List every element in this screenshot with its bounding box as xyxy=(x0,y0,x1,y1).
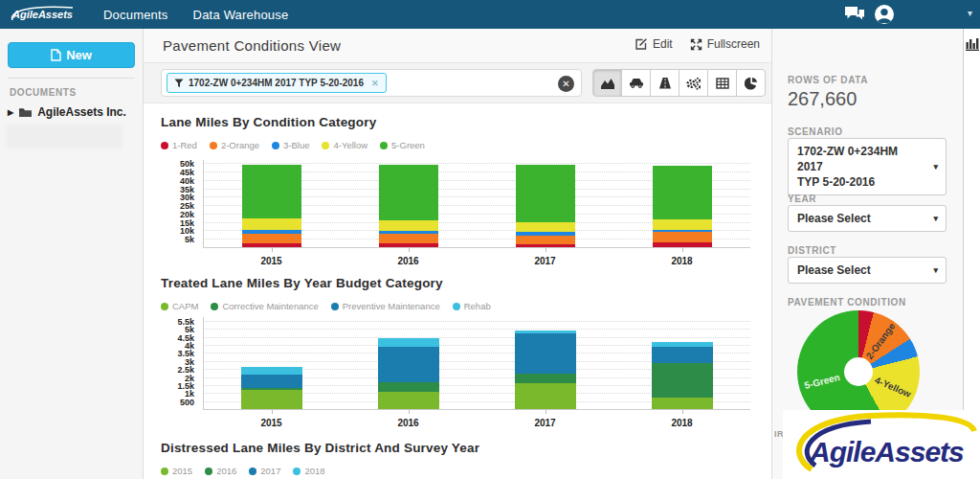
bar-segment-Corrective Maintenance[interactable] xyxy=(378,382,439,393)
legend-item-5-Green[interactable]: 5-Green xyxy=(380,140,425,150)
bar-segment-Corrective Maintenance[interactable] xyxy=(652,363,713,399)
new-document-icon xyxy=(51,49,61,61)
district-select[interactable]: Please Select ▾ xyxy=(788,257,947,284)
filter-input[interactable]: 1702-ZW 0+234HM 2017 TYP 5-20-2016 ✕ ✕ xyxy=(161,69,582,97)
new-button[interactable]: New xyxy=(8,42,135,68)
watermark-text: AgileAssets xyxy=(809,436,964,468)
legend-item-CAPM[interactable]: CAPM xyxy=(161,301,198,311)
documents-sidebar: New DOCUMENTS ▶ AgileAssets Inc. xyxy=(0,29,144,479)
bar-segment-Preventive Maintenance[interactable] xyxy=(241,375,302,388)
bar-segment-2-Orange[interactable] xyxy=(516,236,575,244)
toolbar-area-chart-button[interactable] xyxy=(592,69,622,97)
legend-dot xyxy=(293,468,301,475)
gridline xyxy=(203,337,750,338)
legend-item-2016[interactable]: 2016 xyxy=(205,466,236,476)
legend-item-Corrective Maintenance[interactable]: Corrective Maintenance xyxy=(211,301,318,311)
legend-item-2015[interactable]: 2015 xyxy=(161,466,192,476)
legend-item-Rehab[interactable]: Rehab xyxy=(453,301,491,311)
bar-segment-1-Red[interactable] xyxy=(653,242,712,247)
bar-chart-panel-icon[interactable] xyxy=(965,36,980,52)
bar-segment-4-Yellow[interactable] xyxy=(379,220,438,231)
bar-segment-1-Red[interactable] xyxy=(242,243,301,247)
legend-item-2-Orange[interactable]: 2-Orange xyxy=(210,140,259,150)
bar-segment-5-Green[interactable] xyxy=(379,165,438,220)
toolbar-pie-chart-button[interactable] xyxy=(736,69,766,97)
bar-segment-CAPM[interactable] xyxy=(241,390,302,409)
bar-segment-CAPM[interactable] xyxy=(652,398,713,409)
tree-expand-caret-icon[interactable]: ▶ xyxy=(8,108,13,117)
toolbar-road-button[interactable] xyxy=(650,69,679,97)
chart-lane-miles-by-condition: Lane Miles By Condition Category 1-Red2-… xyxy=(161,115,756,248)
year-value: Please Select xyxy=(797,211,924,226)
bar-segment-2-Orange[interactable] xyxy=(653,232,712,242)
y-tick-label: 50k xyxy=(161,159,194,169)
stacked-bar-2015[interactable] xyxy=(242,165,301,247)
x-tick-label: 2018 xyxy=(654,418,711,428)
bar-segment-5-Green[interactable] xyxy=(242,165,301,218)
y-tick-label: 25k xyxy=(161,201,194,211)
x-tick-label: 2016 xyxy=(380,256,437,266)
scenario-select[interactable]: 1702-ZW 0+234HM 2017 TYP 5-20-2016 ▾ xyxy=(788,138,947,195)
bar-segment-1-Red[interactable] xyxy=(516,244,575,248)
tree-item-agileassets-inc[interactable]: ▶ AgileAssets Inc. xyxy=(8,105,126,119)
legend-item-2017[interactable]: 2017 xyxy=(249,466,280,476)
scenario-value-line1: 1702-ZW 0+234HM 2017 xyxy=(797,144,924,174)
gears-icon xyxy=(685,77,702,90)
user-menu-caret-icon[interactable]: ▾ xyxy=(968,8,972,18)
year-select[interactable]: Please Select ▾ xyxy=(788,205,947,232)
bar-segment-4-Yellow[interactable] xyxy=(516,222,575,233)
chat-icon[interactable] xyxy=(844,5,865,24)
brand-logo[interactable]: AgileAssets xyxy=(8,4,78,25)
bar-segment-4-Yellow[interactable] xyxy=(242,218,301,229)
bar-segment-Rehab[interactable] xyxy=(241,367,302,375)
bar-segment-CAPM[interactable] xyxy=(378,392,439,409)
bar-segment-5-Green[interactable] xyxy=(516,165,575,222)
bar-segment-Preventive Maintenance[interactable] xyxy=(378,347,439,382)
user-avatar-icon[interactable] xyxy=(874,4,895,25)
stacked-bar-2018[interactable] xyxy=(653,166,712,247)
edit-button[interactable]: Edit xyxy=(635,37,673,51)
filter-chip[interactable]: 1702-ZW 0+234HM 2017 TYP 5-20-2016 ✕ xyxy=(167,73,387,93)
bar-segment-5-Green[interactable] xyxy=(653,166,712,219)
stacked-bar-2016[interactable] xyxy=(379,165,438,247)
stacked-bar-2018[interactable] xyxy=(652,342,713,409)
stacked-bar-2016[interactable] xyxy=(378,338,439,409)
legend-item-4-Yellow[interactable]: 4-Yellow xyxy=(322,140,368,150)
bar-segment-CAPM[interactable] xyxy=(515,383,576,409)
legend-dot xyxy=(161,303,168,310)
legend-item-1-Red[interactable]: 1-Red xyxy=(161,140,197,150)
bar-segment-Preventive Maintenance[interactable] xyxy=(515,333,576,374)
toolbar-car-button[interactable] xyxy=(621,69,651,97)
stacked-bar-2017[interactable] xyxy=(516,165,575,247)
x-tick-mark xyxy=(682,410,683,414)
stacked-bar-2015[interactable] xyxy=(241,367,302,409)
bar-segment-4-Yellow[interactable] xyxy=(653,219,712,230)
rows-of-data-label: ROWS OF DATA xyxy=(788,75,868,85)
fullscreen-button[interactable]: Fullscreen xyxy=(690,37,760,51)
district-label: DISTRICT xyxy=(788,245,836,256)
x-tick-mark xyxy=(272,248,273,252)
bar-segment-Preventive Maintenance[interactable] xyxy=(652,347,713,363)
bar-segment-Rehab[interactable] xyxy=(378,338,439,346)
toolbar-gears-button[interactable] xyxy=(679,69,708,97)
bar-segment-2-Orange[interactable] xyxy=(379,234,438,243)
chart-legend: CAPMCorrective MaintenancePreventive Mai… xyxy=(161,296,756,308)
view-toolbar xyxy=(592,69,766,97)
toolbar-table-button[interactable] xyxy=(707,69,737,97)
nav-item-data-warehouse[interactable]: Data Warehouse xyxy=(193,8,289,22)
bar-segment-1-Red[interactable] xyxy=(379,243,438,247)
stacked-bar-2017[interactable] xyxy=(515,331,576,409)
legend-item-Preventive Maintenance[interactable]: Preventive Maintenance xyxy=(331,301,440,311)
chip-close-icon[interactable]: ✕ xyxy=(371,79,379,88)
nav-item-documents[interactable]: Documents xyxy=(103,8,168,22)
clear-filters-button[interactable]: ✕ xyxy=(558,76,574,92)
rows-of-data-value: 267,660 xyxy=(788,88,857,110)
chart-legend: 2015201620172018 xyxy=(161,461,756,472)
car-icon xyxy=(629,77,644,89)
view-header: Pavement Conditions View Edit xyxy=(144,29,771,63)
legend-item-2018[interactable]: 2018 xyxy=(293,466,324,476)
bar-segment-2-Orange[interactable] xyxy=(242,234,301,243)
bar-segment-Corrective Maintenance[interactable] xyxy=(515,374,576,383)
new-button-label: New xyxy=(66,48,92,62)
legend-item-3-Blue[interactable]: 3-Blue xyxy=(272,140,309,150)
